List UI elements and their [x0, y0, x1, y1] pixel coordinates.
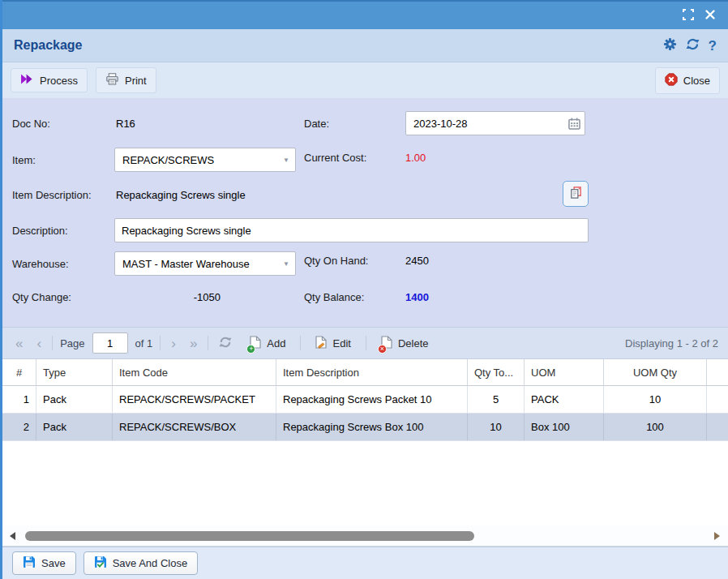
settings-button[interactable] [663, 37, 677, 54]
edit-icon [315, 336, 327, 351]
description-input[interactable] [114, 218, 589, 242]
qty-on-hand-label: Qty On Hand: [304, 255, 368, 267]
titlebar [2, 0, 728, 29]
column-header-filler [707, 359, 728, 385]
close-button[interactable]: Close [655, 67, 720, 94]
save-check-icon [94, 555, 107, 571]
cell-qty-to: 5 [468, 386, 525, 413]
close-icon [705, 10, 715, 22]
column-header-item-description[interactable]: Item Description [276, 359, 468, 385]
edit-row-button[interactable]: Edit [308, 332, 358, 355]
table-row-selected[interactable]: 2 Pack REPACK/SCREWS/BOX Repackaging Scr… [2, 414, 728, 441]
refresh-button[interactable] [686, 37, 700, 54]
cell-num: 1 [2, 386, 36, 413]
description-label: Description: [12, 225, 68, 237]
scroll-left-icon[interactable] [10, 532, 15, 540]
chevron-down-icon: ▼ [277, 157, 295, 164]
grid-header-row: # Type Item Code Item Description Qty To… [2, 359, 728, 386]
next-page-button[interactable]: › [168, 337, 179, 350]
page-count-label: of 1 [135, 337, 153, 350]
chevron-down-icon: ▼ [277, 260, 295, 268]
cell-uom: Box 100 [525, 414, 604, 440]
warehouse-label: Warehouse: [12, 258, 69, 270]
process-button[interactable]: Process [11, 68, 88, 92]
page-title: Repackage [14, 38, 83, 53]
print-icon [105, 73, 119, 88]
qty-change-label: Qty Change: [12, 291, 71, 303]
column-header-type[interactable]: Type [36, 359, 113, 385]
help-button[interactable]: ? [709, 39, 717, 53]
qty-change-value: -1050 [114, 291, 221, 303]
action-toolbar: Process Print Close [2, 62, 728, 98]
column-header-num[interactable]: # [2, 359, 36, 385]
save-and-close-button[interactable]: Save And Close [84, 551, 199, 575]
cell-item-code: REPACK/SCREWS/PACKET [113, 386, 276, 413]
footer-bar: Save Save And Close [2, 547, 728, 579]
add-icon: + [250, 336, 261, 351]
copy-description-button[interactable] [563, 181, 589, 207]
grid-toolbar: « ‹ Page of 1 › » [2, 327, 728, 359]
cell-type: Pack [36, 386, 113, 413]
current-cost-label: Current Cost: [304, 152, 366, 164]
items-grid: # Type Item Code Item Description Qty To… [2, 359, 728, 525]
maximize-button[interactable] [683, 9, 694, 23]
save-icon [23, 555, 36, 571]
column-header-uom[interactable]: UOM [525, 359, 604, 385]
next-page-icon: › [171, 336, 176, 351]
cell-type: Pack [36, 414, 113, 440]
cell-uom: PACK [525, 386, 604, 413]
page-number-input[interactable] [92, 332, 128, 354]
current-cost-value: 1.00 [405, 152, 426, 164]
cell-uom-qty: 100 [604, 414, 707, 440]
date-field [405, 111, 585, 135]
repackage-window: Repackage [0, 0, 728, 579]
copy-icon [569, 186, 583, 202]
table-row[interactable]: 1 Pack REPACK/SCREWS/PACKET Repackaging … [2, 386, 728, 414]
help-icon: ? [709, 39, 717, 53]
date-input[interactable] [406, 118, 563, 130]
prev-page-button[interactable]: ‹ [33, 337, 45, 350]
cell-qty-to: 10 [468, 414, 525, 440]
item-description-value: Repackaging Screws single [116, 189, 246, 201]
displaying-status: Displaying 1 - 2 of 2 [625, 337, 718, 350]
refresh-icon [219, 337, 232, 352]
delete-icon: × [381, 336, 392, 351]
cell-item-description: Repackaging Screws Packet 10 [276, 386, 468, 413]
first-page-button[interactable]: « [12, 337, 26, 350]
dialog-header: Repackage [2, 29, 728, 62]
cell-item-description: Repackaging Screws Box 100 [276, 414, 468, 440]
cell-num: 2 [2, 414, 36, 440]
scrollbar-thumb[interactable] [25, 531, 474, 541]
doc-no-label: Doc No: [12, 118, 50, 130]
item-label: Item: [12, 154, 36, 166]
column-header-uom-qty[interactable]: UOM Qty [604, 359, 707, 385]
page-label: Page [60, 337, 84, 350]
cell-uom-qty: 10 [604, 386, 707, 413]
column-header-item-code[interactable]: Item Code [113, 359, 276, 385]
warehouse-combobox[interactable]: MAST - Master Warehouse ▼ [114, 251, 296, 276]
add-row-button[interactable]: + Add [242, 332, 293, 355]
window-close-button[interactable] [705, 10, 715, 22]
column-header-qty-to[interactable]: Qty To... [468, 359, 525, 385]
repackage-form: Doc No: R16 Date: Item: REPACK/SCREWS ▼ [2, 98, 728, 327]
last-page-button[interactable]: » [186, 337, 200, 350]
print-button[interactable]: Print [96, 67, 156, 93]
delete-row-button[interactable]: × Delete [374, 332, 436, 355]
last-page-icon: » [190, 336, 197, 351]
item-combobox[interactable]: REPACK/SCREWS ▼ [114, 148, 296, 172]
horizontal-scrollbar[interactable] [2, 525, 728, 547]
scroll-right-icon[interactable] [714, 532, 720, 540]
qty-on-hand-value: 2450 [405, 255, 429, 267]
date-label: Date: [304, 118, 329, 130]
cell-item-code: REPACK/SCREWS/BOX [113, 414, 276, 440]
grid-refresh-button[interactable] [216, 336, 235, 351]
process-icon [20, 74, 34, 87]
maximize-icon [683, 9, 694, 23]
calendar-icon[interactable] [563, 118, 585, 130]
first-page-icon: « [15, 336, 23, 351]
qty-balance-value: 1400 [405, 291, 429, 303]
qty-balance-label: Qty Balance: [304, 291, 364, 303]
doc-no-value: R16 [116, 118, 135, 130]
prev-page-icon: ‹ [36, 336, 41, 351]
save-button[interactable]: Save [12, 551, 76, 575]
